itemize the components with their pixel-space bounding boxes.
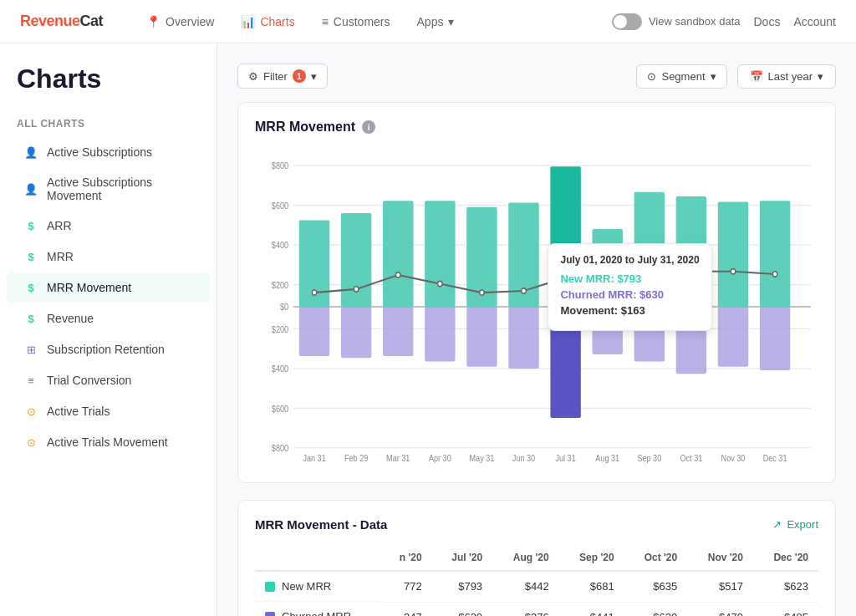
account-link[interactable]: Account [793, 15, 836, 28]
charts-icon: 📊 [241, 15, 255, 28]
svg-text:Apr 30: Apr 30 [429, 453, 451, 463]
nav-customers[interactable]: ≡ Customers [312, 10, 400, 33]
svg-rect-19 [341, 213, 371, 307]
svg-rect-24 [550, 166, 580, 307]
nav: 📍 Overview 📊 Charts ≡ Customers Apps ▾ [136, 10, 612, 33]
sidebar-item-active-trials[interactable]: ⊙ Active Trials [7, 396, 210, 426]
segment-chevron-icon: ▾ [711, 70, 716, 83]
main-content: ⚙ Filter 1 ▾ ⊙ Segment ▾ 📅 Last year ▾ [217, 43, 856, 616]
col-header-jul20: Jul '20 [432, 545, 492, 571]
svg-rect-37 [592, 307, 622, 354]
filter-button[interactable]: ⚙ Filter 1 ▾ [237, 64, 328, 89]
segment-button[interactable]: ⊙ Segment ▾ [636, 64, 726, 89]
table-row: Churned MRR 347 $630 $376 $441 $630 $479… [255, 602, 818, 616]
svg-rect-28 [718, 201, 748, 307]
toolbar-right: ⊙ Segment ▾ 📅 Last year ▾ [636, 64, 836, 89]
svg-rect-34 [466, 307, 497, 367]
svg-rect-32 [383, 307, 413, 356]
sidebar-item-active-subscriptions[interactable]: 👤 Active Subscriptions [7, 137, 210, 167]
segment-icon: ⊙ [647, 70, 656, 83]
svg-rect-25 [592, 229, 622, 307]
date-chevron-icon: ▾ [818, 70, 823, 83]
svg-text:Feb 29: Feb 29 [344, 453, 369, 463]
mrr-movement-icon: $ [23, 280, 38, 295]
export-button[interactable]: ↗ Export [772, 518, 818, 531]
apps-chevron-icon: ▾ [448, 15, 454, 28]
svg-text:$400: $400 [272, 241, 289, 251]
svg-text:$800: $800 [272, 443, 289, 453]
sidebar-item-active-trials-movement[interactable]: ⊙ Active Trials Movement [7, 427, 210, 457]
arr-icon: $ [23, 218, 38, 233]
active-trials-movement-icon: ⊙ [23, 435, 38, 450]
data-title: MRR Movement - Data [255, 517, 387, 532]
col-header-n20: n '20 [381, 545, 432, 571]
sidebar-item-trial-conversion[interactable]: ≡ Trial Conversion [7, 365, 210, 395]
docs-link[interactable]: Docs [754, 15, 781, 28]
nav-apps[interactable]: Apps ▾ [407, 10, 465, 33]
chart-container: $800 $600 $400 $200 $0 $200 $400 $600 $8… [255, 148, 818, 466]
churned-mrr-dot [265, 612, 275, 617]
export-icon: ↗ [772, 518, 782, 531]
page-title: Charts [0, 64, 217, 111]
row-churned-mrr-dec20: $485 [753, 602, 818, 616]
svg-point-49 [605, 283, 609, 288]
svg-point-53 [772, 272, 777, 277]
toolbar: ⚙ Filter 1 ▾ ⊙ Segment ▾ 📅 Last year ▾ [237, 64, 836, 89]
sandbox-toggle[interactable]: View sandbox data [612, 13, 741, 30]
toggle-knob [614, 15, 627, 28]
customers-icon: ≡ [322, 15, 329, 28]
date-range-button[interactable]: 📅 Last year ▾ [737, 64, 836, 89]
filter-badge: 1 [293, 69, 306, 83]
row-new-mrr-jul20: $793 [432, 571, 492, 602]
toggle-switch[interactable] [612, 13, 642, 30]
svg-rect-39 [676, 307, 706, 374]
svg-rect-29 [760, 201, 790, 307]
sidebar-item-active-subscriptions-movement[interactable]: 👤 Active Subscriptions Movement [7, 168, 210, 210]
svg-text:Mar 31: Mar 31 [386, 453, 410, 463]
row-churned-mrr-label: Churned MRR [255, 602, 381, 616]
col-header-aug20: Aug '20 [492, 545, 559, 571]
svg-rect-27 [676, 196, 706, 306]
sidebar-item-revenue[interactable]: $ Revenue [7, 303, 210, 333]
row-churned-mrr-sep20: $441 [559, 602, 624, 616]
subscription-retention-icon: ⊞ [23, 342, 38, 357]
row-new-mrr-n20: 772 [381, 571, 432, 602]
nav-overview[interactable]: 📍 Overview [136, 10, 224, 33]
sidebar-item-subscription-retention[interactable]: ⊞ Subscription Retention [7, 334, 210, 364]
svg-point-42 [312, 290, 316, 295]
row-churned-mrr-aug20: $376 [492, 602, 559, 616]
active-subscriptions-icon: 👤 [23, 145, 38, 160]
svg-text:$200: $200 [272, 324, 289, 334]
svg-text:$800: $800 [272, 161, 289, 171]
svg-point-47 [522, 288, 526, 293]
svg-text:Sep 30: Sep 30 [637, 453, 661, 463]
svg-text:Oct 31: Oct 31 [680, 453, 702, 463]
svg-text:Aug 31: Aug 31 [595, 453, 619, 463]
data-table: n '20 Jul '20 Aug '20 Sep '20 Oct '20 No… [255, 545, 818, 616]
svg-text:May 31: May 31 [470, 453, 495, 463]
nav-charts[interactable]: 📊 Charts [231, 10, 304, 33]
row-new-mrr-label: New MRR [255, 572, 381, 602]
svg-rect-26 [634, 192, 665, 307]
svg-text:Jan 31: Jan 31 [303, 453, 325, 463]
chart-svg: $800 $600 $400 $200 $0 $200 $400 $600 $8… [255, 148, 818, 466]
svg-rect-21 [425, 201, 455, 307]
svg-text:$600: $600 [272, 404, 289, 414]
row-new-mrr-nov20: $517 [687, 571, 753, 602]
row-churned-mrr-nov20: $479 [687, 602, 753, 616]
col-header-dec20: Dec '20 [753, 545, 818, 571]
info-icon[interactable]: i [362, 120, 375, 134]
col-header-oct20: Oct '20 [624, 545, 688, 571]
chart-title: MRR Movement i [255, 120, 818, 135]
sidebar-item-mrr-movement[interactable]: $ MRR Movement [7, 272, 210, 303]
svg-point-51 [689, 269, 693, 274]
sidebar-item-mrr[interactable]: $ MRR [7, 242, 210, 272]
svg-rect-41 [760, 307, 790, 370]
filter-chevron-icon: ▾ [311, 70, 317, 83]
col-header-nov20: Nov '20 [687, 545, 753, 571]
sidebar: Charts All charts 👤 Active Subscriptions… [0, 43, 217, 616]
svg-text:$600: $600 [272, 201, 289, 211]
row-new-mrr-aug20: $442 [492, 571, 559, 602]
chart-card: MRR Movement i $800 [237, 102, 836, 483]
sidebar-item-arr[interactable]: $ ARR [7, 211, 210, 241]
